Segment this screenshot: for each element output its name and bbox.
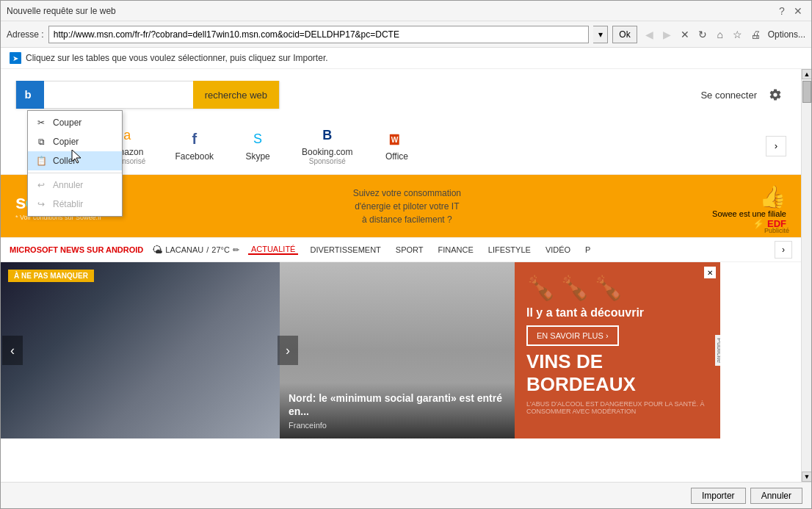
news-bar: MICROSOFT NEWS SUR ANDROID 🌤 LACANAU / 2…: [1, 237, 801, 262]
ad-title: Il y a tant à découvrir: [526, 306, 708, 320]
skype-label: Skype: [245, 151, 269, 162]
banner-center: Suivez votre consommation d'énergie et p…: [353, 187, 461, 226]
carousel-prev-button[interactable]: ‹: [2, 336, 23, 365]
carousel-next-button[interactable]: ›: [278, 336, 298, 365]
news-badge: À NE PAS MANQUER: [8, 270, 94, 282]
address-input[interactable]: [48, 26, 590, 43]
ad-legal: L'ABUS D'ALCOOL EST DANGEREUX POUR LA SA…: [526, 400, 708, 415]
category-actualite[interactable]: ACTUALITÉ: [248, 245, 299, 255]
copy-icon: ⧉: [35, 136, 47, 148]
menu-item-copier[interactable]: ⧉ Copier: [28, 132, 122, 151]
ad-cta-button[interactable]: EN SAVOIR PLUS ›: [526, 325, 619, 346]
quick-link-office[interactable]: W Office: [367, 126, 426, 166]
window-title: Nouvelle requête sur le web: [7, 6, 116, 16]
category-sport[interactable]: SPORT: [393, 245, 427, 254]
facebook-label: Facebook: [175, 151, 214, 162]
svg-text:W: W: [391, 135, 399, 143]
instruction-bar: ➤ Cliquez sur les tables que vous voulez…: [1, 48, 811, 69]
undo-icon: ↩: [35, 179, 47, 191]
scroll-track: [802, 79, 811, 472]
quick-link-skype[interactable]: S Skype: [228, 126, 287, 166]
search-button[interactable]: recherche web: [193, 81, 279, 109]
coller-label: Coller: [53, 156, 76, 166]
options-button[interactable]: Options...: [768, 29, 805, 40]
news-card-1[interactable]: À NE PAS MANQUER: [1, 262, 280, 438]
svg-text:b: b: [25, 88, 32, 101]
card2-title: Nord: le «minimum social garanti» est en…: [289, 391, 506, 418]
print-button[interactable]: 🖨: [747, 26, 764, 43]
menu-item-retablir: ↪ Rétablir: [28, 195, 122, 214]
category-video[interactable]: VIDÉO: [543, 245, 573, 254]
gear-icon: [769, 88, 782, 101]
couper-label: Couper: [53, 118, 81, 128]
stop-button[interactable]: ✕: [677, 26, 693, 43]
retablir-label: Rétablir: [53, 199, 83, 209]
weather-city: LACANAU: [165, 245, 203, 254]
card2-overlay: Nord: le «minimum social garanti» est en…: [280, 383, 515, 438]
booking-icon: B: [319, 126, 336, 144]
menu-item-couper[interactable]: ✂ Couper: [28, 113, 122, 132]
info-icon: ➤: [10, 52, 21, 64]
settings-button[interactable]: [764, 84, 786, 106]
booking-sub: Sponsorisé: [309, 157, 346, 165]
annuler-button[interactable]: Annuler: [750, 488, 802, 504]
address-dropdown[interactable]: ▾: [593, 26, 608, 43]
cut-icon: ✂: [35, 117, 47, 129]
category-finance[interactable]: FINANCE: [435, 245, 476, 254]
importer-button[interactable]: Importer: [691, 488, 746, 504]
banner-right-text: Sowee est une filiale: [712, 209, 786, 218]
help-button[interactable]: ?: [775, 4, 789, 18]
refresh-button[interactable]: ↻: [695, 26, 711, 43]
banner-right: 👍 Sowee est une filiale ⚡ EDF: [712, 184, 786, 229]
facebook-icon: f: [186, 131, 203, 148]
thumb-icon: 👍: [759, 184, 786, 209]
quick-link-facebook[interactable]: f Facebook: [160, 126, 228, 166]
copier-label: Copier: [53, 137, 79, 147]
ad-close-button[interactable]: ✕: [704, 267, 716, 278]
home-button[interactable]: ⌂: [712, 26, 728, 43]
scroll-up-button[interactable]: ▲: [802, 69, 811, 79]
edit-icon[interactable]: ✏: [233, 245, 239, 255]
main-window: Nouvelle requête sur le web ? ✕ Adresse …: [0, 0, 812, 509]
ok-button[interactable]: Ok: [612, 26, 637, 43]
category-more[interactable]: P: [582, 245, 593, 254]
quick-links-more-button[interactable]: ›: [766, 136, 786, 156]
skype-icon: S: [249, 131, 267, 148]
forward-button[interactable]: ▶: [659, 26, 675, 43]
news-ad: ✕ 🍾 🍾 🍾 Il y a tant à découvrir EN SAVOI…: [515, 262, 720, 438]
annuler-label: Annuler: [53, 180, 83, 190]
context-menu: ✂ Couper ⧉ Copier 📋 Coller ↩ Annuler ↪ R…: [27, 110, 123, 217]
office-label: Office: [385, 151, 408, 162]
publicite-label: Publicité: [764, 227, 789, 234]
banner-text2: d'énergie et piloter votre IT: [353, 200, 461, 213]
category-lifestyle[interactable]: LIFESTYLE: [485, 245, 534, 254]
news-card-2[interactable]: Nord: le «minimum social garanti» est en…: [280, 262, 515, 438]
scroll-thumb[interactable]: [802, 81, 811, 103]
news-brand: MICROSOFT NEWS SUR ANDROID: [10, 245, 143, 254]
scrollbar: ▲ ▼: [801, 69, 811, 482]
search-box-wrapper: b recherche web: [15, 81, 280, 109]
search-input[interactable]: [44, 82, 193, 108]
scroll-down-button[interactable]: ▼: [802, 472, 811, 482]
close-button[interactable]: ✕: [791, 4, 805, 18]
connect-button[interactable]: Se connecter: [700, 90, 757, 101]
menu-item-coller[interactable]: 📋 Coller: [28, 151, 122, 170]
title-bar: Nouvelle requête sur le web ? ✕: [1, 1, 811, 21]
browser-content: b recherche web Se connecter: [1, 69, 811, 482]
storm-bg: [1, 262, 280, 438]
pub-label: Publicité: [715, 335, 720, 366]
weather-temp: 27°C: [211, 245, 230, 254]
office-icon: W: [388, 131, 405, 148]
news-more-button[interactable]: ›: [775, 241, 792, 259]
weather-sep: /: [206, 245, 209, 254]
back-button[interactable]: ◀: [642, 26, 658, 43]
bottom-bar: Importer Annuler: [1, 482, 811, 508]
booking-label: Booking.com: [302, 147, 352, 157]
favorites-button[interactable]: ☆: [730, 26, 746, 43]
quick-link-booking[interactable]: B Booking.com Sponsorisé: [287, 122, 367, 170]
address-bar: Adresse : ▾ Ok ◀ ▶ ✕ ↻ ⌂ ☆ 🖨 Options...: [1, 21, 811, 48]
weather-icon: 🌤: [152, 244, 162, 256]
banner-text3: à distance facilement ?: [353, 213, 461, 226]
category-divertissement[interactable]: DIVERTISSEMENT: [307, 245, 383, 254]
news-cards: À NE PAS MANQUER Nord: le «minimum socia…: [1, 262, 801, 438]
